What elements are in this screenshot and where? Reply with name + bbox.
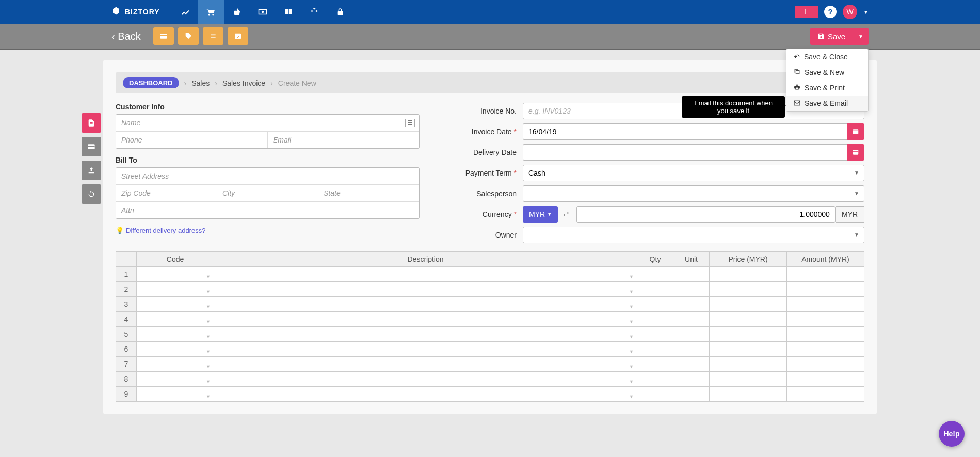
email-input[interactable]	[268, 132, 419, 148]
price-cell[interactable]	[710, 327, 787, 342]
contact-picker-icon[interactable]: ☰	[405, 119, 415, 127]
unit-cell[interactable]	[673, 282, 710, 297]
chart-icon[interactable]	[172, 0, 198, 24]
unit-cell[interactable]	[673, 342, 710, 357]
qty-cell[interactable]	[637, 342, 673, 357]
qty-cell[interactable]	[637, 327, 673, 342]
user-menu-caret[interactable]: ▼	[863, 9, 869, 15]
back-link[interactable]: ‹ Back	[111, 30, 141, 42]
save-close-item[interactable]: ↶ Save & Close	[786, 49, 868, 65]
code-cell[interactable]	[137, 267, 214, 282]
desc-cell[interactable]	[214, 327, 637, 342]
list-action-button[interactable]	[203, 27, 223, 45]
desc-cell[interactable]	[214, 387, 637, 402]
exchange-icon: ⇄	[558, 206, 574, 223]
payment-term-select[interactable]	[523, 165, 864, 181]
desc-cell[interactable]	[214, 357, 637, 372]
line-items-table: Code Description Qty Unit Price (MYR) Am…	[116, 251, 864, 402]
unit-cell[interactable]	[673, 267, 710, 282]
copy-icon	[794, 68, 800, 76]
qty-cell[interactable]	[637, 267, 673, 282]
price-cell[interactable]	[710, 357, 787, 372]
attn-input[interactable]	[116, 202, 419, 218]
salesperson-select[interactable]	[523, 185, 864, 202]
desc-cell[interactable]	[214, 312, 637, 327]
different-delivery-link[interactable]: 💡 Different delivery address?	[116, 227, 205, 234]
invoice-date-input[interactable]	[523, 123, 847, 140]
basket-icon[interactable]	[224, 0, 250, 24]
desc-cell[interactable]	[214, 282, 637, 297]
amount-cell	[787, 372, 864, 387]
col-price: Price (MYR)	[710, 252, 787, 267]
save-email-item[interactable]: Save & Email	[786, 96, 868, 111]
desc-cell[interactable]	[214, 372, 637, 387]
unit-cell[interactable]	[673, 312, 710, 327]
zip-input[interactable]	[116, 185, 217, 201]
delivery-date-picker[interactable]	[847, 144, 864, 161]
save-new-item[interactable]: Save & New	[786, 65, 868, 80]
price-cell[interactable]	[710, 312, 787, 327]
save-button[interactable]: Save	[810, 28, 853, 45]
breadcrumb-dashboard[interactable]: DASHBOARD	[123, 77, 179, 88]
unit-cell[interactable]	[673, 372, 710, 387]
amount-cell	[787, 312, 864, 327]
qty-cell[interactable]	[637, 372, 673, 387]
avatar[interactable]: W	[843, 5, 857, 19]
qty-cell[interactable]	[637, 387, 673, 402]
code-cell[interactable]	[137, 297, 214, 312]
save-print-item[interactable]: Save & Print	[786, 80, 868, 96]
desc-cell[interactable]	[214, 267, 637, 282]
table-row: 9	[116, 387, 864, 402]
code-cell[interactable]	[137, 357, 214, 372]
code-cell[interactable]	[137, 327, 214, 342]
desc-cell[interactable]	[214, 342, 637, 357]
lock-icon[interactable]	[327, 0, 353, 24]
unit-cell[interactable]	[673, 327, 710, 342]
card-action-button[interactable]	[153, 27, 174, 45]
row-number: 2	[116, 282, 137, 297]
delivery-date-input[interactable]	[523, 144, 847, 161]
row-number: 3	[116, 297, 137, 312]
code-cell[interactable]	[137, 342, 214, 357]
cart-icon[interactable]	[198, 0, 224, 24]
money-icon[interactable]	[250, 0, 276, 24]
name-input[interactable]	[116, 115, 419, 131]
boxes-icon[interactable]	[301, 0, 327, 24]
customer-info-label: Customer Info	[116, 103, 420, 111]
qty-cell[interactable]	[637, 312, 673, 327]
unit-cell[interactable]	[673, 357, 710, 372]
price-cell[interactable]	[710, 387, 787, 402]
subscribe-button[interactable]: L	[795, 6, 818, 18]
breadcrumb-sales[interactable]: Sales	[191, 79, 210, 87]
desc-cell[interactable]	[214, 297, 637, 312]
breadcrumb-sales-invoice[interactable]: Sales Invoice	[222, 79, 265, 87]
save-dropdown-toggle[interactable]: ▼	[853, 28, 869, 45]
currency-select-button[interactable]: MYR ▼	[523, 206, 558, 223]
price-cell[interactable]	[710, 282, 787, 297]
help-icon[interactable]: ?	[824, 6, 837, 18]
unit-cell[interactable]	[673, 387, 710, 402]
phone-input[interactable]	[116, 132, 268, 148]
tag-action-button[interactable]	[178, 27, 199, 45]
code-cell[interactable]	[137, 387, 214, 402]
code-cell[interactable]	[137, 282, 214, 297]
unit-cell[interactable]	[673, 297, 710, 312]
price-cell[interactable]	[710, 267, 787, 282]
price-cell[interactable]	[710, 297, 787, 312]
row-number: 8	[116, 372, 137, 387]
code-cell[interactable]	[137, 372, 214, 387]
street-input[interactable]	[116, 168, 419, 184]
price-cell[interactable]	[710, 342, 787, 357]
invoice-date-picker[interactable]	[847, 123, 864, 140]
qty-cell[interactable]	[637, 282, 673, 297]
calendar-action-button[interactable]	[228, 27, 248, 45]
qty-cell[interactable]	[637, 297, 673, 312]
state-input[interactable]	[318, 185, 419, 201]
qty-cell[interactable]	[637, 357, 673, 372]
currency-rate-input[interactable]	[576, 206, 836, 223]
owner-select[interactable]	[523, 227, 864, 243]
book-icon[interactable]	[276, 0, 301, 24]
city-input[interactable]	[217, 185, 318, 201]
code-cell[interactable]	[137, 312, 214, 327]
price-cell[interactable]	[710, 372, 787, 387]
